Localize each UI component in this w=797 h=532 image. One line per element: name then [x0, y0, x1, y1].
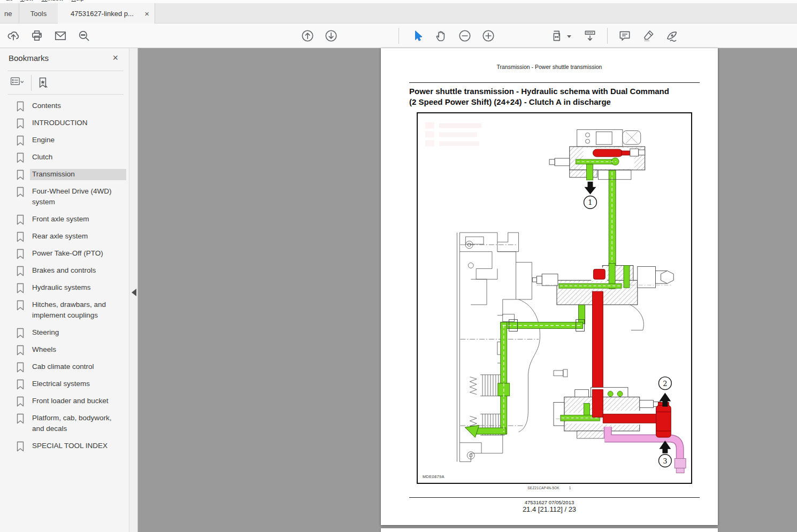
- page-fit-chevron-icon[interactable]: [567, 35, 571, 38]
- bookmark-label: Brakes and controls: [30, 265, 126, 276]
- bookmark-item[interactable]: Steering: [0, 327, 129, 338]
- scrolling-view-icon[interactable]: [583, 29, 597, 43]
- highlighter-icon[interactable]: [641, 29, 655, 43]
- menu-edit[interactable]: Edit: [0, 0, 12, 2]
- bookmark-flag-icon: [16, 187, 25, 197]
- select-tool-icon[interactable]: [411, 29, 425, 43]
- bookmark-item[interactable]: Hitches, drawbars, and implement couplin…: [0, 299, 129, 321]
- hydraulic-diagram-figure: 1 2 3 MDE0879A: [417, 112, 692, 484]
- footer-reference: 47531627 07/05/2013: [381, 499, 718, 505]
- divider: [7, 94, 124, 95]
- bookmark-flag-icon: [16, 249, 25, 259]
- bookmark-flag-icon: [16, 396, 25, 407]
- bookmark-item[interactable]: Power Take-Off (PTO): [0, 248, 129, 259]
- zoom-out-icon[interactable]: [458, 29, 472, 43]
- bookmark-label: Transmission: [30, 169, 126, 180]
- bookmark-item[interactable]: INTRODUCTION: [0, 118, 129, 129]
- bookmark-item[interactable]: Platform, cab, bodywork, and decals: [0, 413, 129, 435]
- bookmark-item[interactable]: SPECIAL TOOL INDEX: [0, 441, 129, 452]
- bookmark-label: Engine: [30, 135, 126, 146]
- running-header: Transmission - Power shuttle transmissio…: [381, 64, 718, 70]
- toolbar-divider: [399, 28, 399, 44]
- bookmark-flag-icon: [16, 345, 25, 356]
- bookmarks-toolbar: [0, 73, 129, 94]
- bookmark-item[interactable]: Four-Wheel Drive (4WD) system: [0, 186, 129, 208]
- bookmark-label: Hydraulic systems: [30, 282, 126, 294]
- bookmark-label: INTRODUCTION: [30, 118, 126, 129]
- bookmark-label: Cab climate control: [30, 361, 126, 373]
- tab-home-partial[interactable]: ne: [0, 3, 19, 24]
- bookmark-label: Rear axle system: [30, 231, 126, 242]
- footer-page-number: 21.4 [21.112] / 23: [381, 505, 718, 513]
- bookmark-flag-icon: [16, 441, 25, 452]
- bookmark-label: Steering: [30, 327, 126, 338]
- bookmark-label: Power Take-Off (PTO): [30, 248, 126, 259]
- fill-sign-icon[interactable]: [665, 29, 679, 43]
- zoom-in-icon[interactable]: [481, 29, 495, 43]
- bookmark-item[interactable]: Clutch: [0, 152, 129, 163]
- bookmark-flag-icon: [16, 300, 25, 311]
- faded-legend: [425, 122, 481, 147]
- hand-tool-icon[interactable]: [434, 29, 448, 43]
- callout-2: 2: [663, 380, 667, 388]
- menu-window[interactable]: Window: [42, 0, 64, 2]
- tab-document[interactable]: 47531627-linked p... ×: [58, 3, 155, 24]
- footer-rule: [409, 497, 700, 498]
- share-cloud-icon[interactable]: [6, 29, 20, 43]
- tab-close-icon[interactable]: ×: [144, 10, 149, 18]
- bookmark-item[interactable]: Cab climate control: [0, 361, 129, 373]
- bookmark-flag-icon: [16, 379, 25, 390]
- print-icon[interactable]: [30, 29, 44, 43]
- bookmark-item[interactable]: Brakes and controls: [0, 265, 129, 276]
- divider: [31, 75, 32, 91]
- bookmark-flag-icon: [16, 214, 25, 225]
- menu-view[interactable]: View: [20, 0, 34, 2]
- bookmark-item[interactable]: Transmission: [0, 169, 129, 180]
- email-icon[interactable]: [53, 29, 67, 43]
- bookmark-label: Hitches, drawbars, and implement couplin…: [30, 299, 126, 321]
- bookmark-item[interactable]: Electrical systems: [0, 379, 129, 390]
- bookmark-item[interactable]: Wheels: [0, 344, 129, 356]
- tab-tools[interactable]: Tools: [19, 3, 58, 24]
- bookmark-item[interactable]: Front axle system: [0, 214, 129, 225]
- bookmark-flag-icon: [16, 328, 25, 338]
- divider: [7, 71, 124, 71]
- bookmark-flag-icon: [16, 283, 25, 294]
- menu-help[interactable]: Help: [71, 0, 84, 2]
- bookmark-flag-icon: [16, 266, 25, 276]
- bookmark-item[interactable]: Rear axle system: [0, 231, 129, 242]
- next-page-icon[interactable]: [324, 29, 338, 43]
- bookmarks-list: Contents INTRODUCTION Engine: [0, 101, 129, 458]
- search-icon[interactable]: [77, 29, 91, 43]
- bookmark-flag-icon: [16, 118, 25, 129]
- bookmark-item[interactable]: Contents: [0, 101, 129, 112]
- bookmark-label: Wheels: [30, 344, 126, 356]
- bookmark-item[interactable]: Engine: [0, 135, 129, 146]
- bookmark-label: Clutch: [30, 152, 126, 163]
- page-fit-icon[interactable]: [551, 29, 565, 43]
- bookmark-label: SPECIAL TOOL INDEX: [30, 441, 126, 452]
- bookmark-flag-icon: [16, 232, 25, 242]
- bookmark-label: Platform, cab, bodywork, and decals: [30, 413, 126, 435]
- bookmark-flag-icon: [16, 413, 25, 424]
- bookmarks-close-icon[interactable]: ×: [112, 52, 118, 64]
- pdf-page: Transmission - Power shuttle transmissio…: [381, 48, 718, 525]
- top-valve-assembly: [549, 129, 645, 180]
- bookmark-item[interactable]: Hydraulic systems: [0, 282, 129, 294]
- bookmark-flag-icon: [16, 152, 25, 163]
- toolbar-divider: [607, 28, 608, 44]
- bookmark-item[interactable]: Front loader and bucket: [0, 396, 129, 407]
- collapse-panel-icon[interactable]: [132, 289, 136, 296]
- bookmark-label: Front loader and bucket: [30, 396, 126, 407]
- callout-3: 3: [663, 457, 667, 465]
- comment-icon[interactable]: [618, 29, 632, 43]
- bookmark-label: Front axle system: [30, 214, 126, 225]
- hydraulic-schematic-svg: 1 2 3: [418, 113, 691, 483]
- new-bookmark-icon[interactable]: [36, 76, 50, 90]
- callout-1: 1: [588, 198, 592, 206]
- page-title: Power shuttle transmission - Hydraulic s…: [409, 86, 702, 107]
- bookmarks-options-icon[interactable]: [10, 76, 24, 90]
- bookmark-label: Contents: [30, 101, 126, 112]
- figure-code-label: MDE0879A: [423, 474, 445, 479]
- previous-page-icon[interactable]: [301, 29, 315, 43]
